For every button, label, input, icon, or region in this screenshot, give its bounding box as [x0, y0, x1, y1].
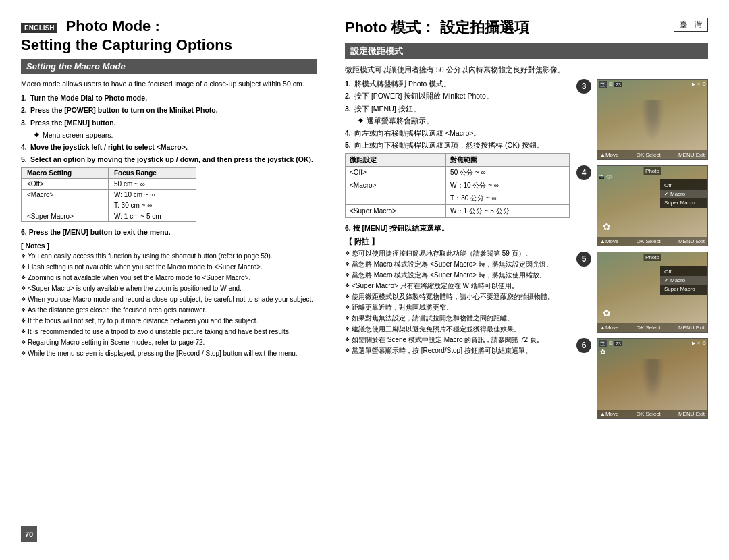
title-line1: Photo Mode :: [65, 18, 159, 35]
zh-step-2: 2. 按下 [POWER] 按鈕以開啟 Miniket Photo。: [345, 91, 570, 101]
photo-label-5: Photo: [643, 254, 662, 261]
camera-screen-6: 📷 ⊞ 23 ▶ ☀ ⚙ ✿: [597, 338, 708, 419]
right-content: 1. 將模式轉盤轉到 Photo 模式。 2. 按下 [POWER] 按鈕以開啟…: [345, 79, 708, 419]
note-item: When you use Macro mode and record a clo…: [21, 295, 317, 304]
camera-bottom-bar-3: ▲Move OK Select MENU Exit: [597, 150, 707, 159]
english-badge: ENGLISH: [21, 23, 57, 33]
header-left: ENGLISH Photo Mode : Setting the Capturi…: [21, 18, 317, 54]
notes-header: [ Notes ]: [21, 242, 317, 250]
page-number: 70: [21, 526, 37, 542]
step-circle-5: 5: [576, 252, 591, 267]
step-4: 4. Move the joystick left / right to sel…: [21, 142, 317, 152]
zh-table-header-col1: 微距設定: [346, 153, 446, 166]
left-steps-list: 1. Turn the Mode Dial to Photo mode. 2. …: [21, 93, 317, 165]
zh-table-row: T：30 公分 ~ ∞: [346, 192, 570, 204]
step-circle-4: 4: [576, 165, 591, 180]
right-header: Photo 模式： 設定拍攝選項 臺 灣: [345, 18, 708, 38]
zh-step-4: 4. 向左或向右移動搖桿以選取 <Macro>。: [345, 128, 570, 138]
left-section-heading: Setting the Macro Mode: [21, 59, 317, 74]
zh-note-item: 建議您使用三腳架以避免免照片不穩定並獲得最佳效果。: [345, 325, 570, 334]
camera-bottom-bar-4: ▲Move OK Select MENU Exit: [597, 237, 707, 246]
zh-intro: 微距模式可以讓使用者擁有 50 公分以內特寫物體之良好對焦影像。: [345, 65, 708, 75]
zh-note-item: 使用微距模式以及錄製特寬物體時，請小心不要遮蔽您的拍攝物體。: [345, 292, 570, 302]
camera-screen-4: Photo 📷 ◁ ▷ Off ✔ Macro: [597, 165, 708, 246]
camera-bottom-bar-6: ▲Move OK Select MENU Exit: [597, 410, 707, 418]
menu-supermacro-5: Super Macro: [660, 285, 707, 293]
screenshot-row-5: 5 Photo Off ✔ Macro Super Macro ✿: [576, 252, 708, 333]
notes-list: You can easily access this function by u…: [21, 252, 317, 358]
table-row: T: 30 cm ~ ∞: [22, 200, 196, 211]
note-item: Flash setting is not available when you …: [21, 262, 317, 272]
step-3-sub: Menu screen appears.: [21, 130, 317, 140]
zh-table-row: <Off> 50 公分 ~ ∞: [346, 166, 570, 179]
screenshot-row-6: 6 📷 ⊞ 23 ▶ ☀ ⚙: [576, 338, 708, 419]
menu-macro-selected: ✔ Macro: [660, 190, 707, 198]
table-row: <Off> 50 cm ~ ∞: [22, 178, 196, 189]
zh-note-item: 當選單螢幕顯示時，按 [Record/Stop] 按鈕將可以結束選單。: [345, 346, 570, 356]
zh-step-3: 3. 按下 [MENU] 按鈕。: [345, 104, 570, 114]
zh-note-item: <Super Macro> 只有在將縮放定位在 W 端時可以使用。: [345, 281, 570, 291]
menu-overlay-4: Off ✔ Macro Super Macro: [660, 179, 707, 208]
note-item: You can easily access this function by u…: [21, 252, 317, 261]
step-1: 1. Turn the Mode Dial to Photo mode.: [21, 93, 317, 103]
zh-table-header-col2: 對焦範圍: [446, 153, 570, 166]
zh-notes-header: 【 附註 】: [345, 237, 570, 247]
table-header-col1: Macro Setting: [22, 167, 109, 178]
right-section-heading: 設定微距模式: [345, 43, 708, 59]
menu-macro-selected-5: ✔ Macro: [660, 276, 707, 285]
screenshot-row-4: 4 Photo 📷 ◁ ▷ Off: [576, 165, 708, 246]
title-line2: Setting the Capturing Options: [21, 36, 232, 54]
zh-step-6: 6. 按 [MENU] 按鈕以結束選單。: [345, 223, 570, 233]
screenshots-column: 3 📷 ⊞ 23 ▶ ☀ ⚙: [576, 79, 708, 419]
note-item: While the menu screen is displayed, pres…: [21, 349, 317, 358]
zh-text-column: 1. 將模式轉盤轉到 Photo 模式。 2. 按下 [POWER] 按鈕以開啟…: [345, 79, 570, 419]
zh-note-item: 當您將 Macro 模式設定為 <Super Macro> 時，將無法設定閃光燈…: [345, 260, 570, 269]
zh-note-item: 距離更靠近時，對焦區域將更窄。: [345, 303, 570, 312]
step-2: 2. Press the [POWER] button to turn on t…: [21, 105, 317, 115]
camera-screen-3: 📷 ⊞ 23 ▶ ☀ ⚙: [597, 79, 708, 160]
zh-step-3-sub: 選單螢幕將會顯示。: [345, 116, 570, 126]
step-5: 5. Select an option by moving the joysti…: [21, 155, 317, 165]
zh-step-5: 5. 向上或向下移動搖桿以選取選項，然後按搖桿 (OK) 按鈕。: [345, 140, 570, 150]
zh-notes-list: 您可以使用捷徑按鈕簡易地存取此功能（請參閱第 59 頁）。 當您將 Macro …: [345, 249, 570, 356]
zh-macro-table: 微距設定 對焦範圍 <Off> 50 公分 ~ ∞ <Macro> W：10 公…: [345, 153, 570, 218]
macro-icon-5: ✿: [603, 308, 611, 318]
zh-note-item: 如需關於在 Scene 模式中設定 Macro 的資訊，請參閱第 72 頁。: [345, 335, 570, 345]
zh-note-item: 您可以使用捷徑按鈕簡易地存取此功能（請參閱第 59 頁）。: [345, 249, 570, 258]
menu-off-5: Off: [660, 267, 707, 276]
step-6: 6. Press the [MENU] button to exit the m…: [21, 227, 317, 237]
zh-note-item: 如果對焦無法設定，請嘗試拉開您和物體之間的距離。: [345, 314, 570, 323]
camera-screen-5: Photo Off ✔ Macro Super Macro ✿ ▲Move: [597, 252, 708, 333]
zh-table-row: <Super Macro> W：1 公分 ~ 5 公分: [346, 204, 570, 217]
note-item: As the distance gets closer, the focused…: [21, 306, 317, 315]
table-row: <Super Macro> W: 1 cm ~ 5 cm: [22, 211, 196, 221]
zh-steps-list: 1. 將模式轉盤轉到 Photo 模式。 2. 按下 [POWER] 按鈕以開啟…: [345, 79, 570, 150]
macro-table: Macro Setting Focus Range <Off> 50 cm ~ …: [21, 167, 196, 222]
left-intro: Macro mode allows users to have a fine f…: [21, 79, 317, 89]
menu-overlay-5: Off ✔ Macro Super Macro: [660, 266, 707, 295]
macro-icon: ✿: [603, 221, 611, 232]
table-header-col2: Focus Range: [109, 167, 196, 178]
zh-table-row: <Macro> W：10 公分 ~ ∞: [346, 179, 570, 192]
taiwan-badge: 臺 灣: [674, 18, 708, 32]
step-3: 3. Press the [MENU] button.: [21, 118, 317, 128]
right-title: Photo 模式： 設定拍攝選項: [345, 18, 529, 38]
table-row: <Macro> W: 10 cm ~ ∞: [22, 189, 196, 200]
step-circle-3: 3: [576, 79, 591, 94]
step-circle-6: 6: [576, 338, 591, 353]
zh-note-item: 當您將 Macro 模式設定為 <Super Macro> 時，將無法使用縮放。: [345, 271, 570, 280]
macro-indicator-6: ✿: [600, 348, 605, 356]
note-item: If the focus will not set, try to put mo…: [21, 316, 317, 326]
note-item: It is recommended to use a tripod to avo…: [21, 327, 317, 337]
note-item: Zooming is not available when you set th…: [21, 273, 317, 283]
note-item: Regarding Macro setting in Scene modes, …: [21, 338, 317, 347]
screenshot-row-3: 3 📷 ⊞ 23 ▶ ☀ ⚙: [576, 79, 708, 160]
note-item: <Super Macro> is only available when the…: [21, 284, 317, 293]
menu-off: Off: [660, 181, 707, 190]
camera-bottom-bar-5: ▲Move OK Select MENU Exit: [597, 323, 707, 332]
menu-supermacro: Super Macro: [660, 198, 707, 207]
zh-step-1: 1. 將模式轉盤轉到 Photo 模式。: [345, 79, 570, 89]
